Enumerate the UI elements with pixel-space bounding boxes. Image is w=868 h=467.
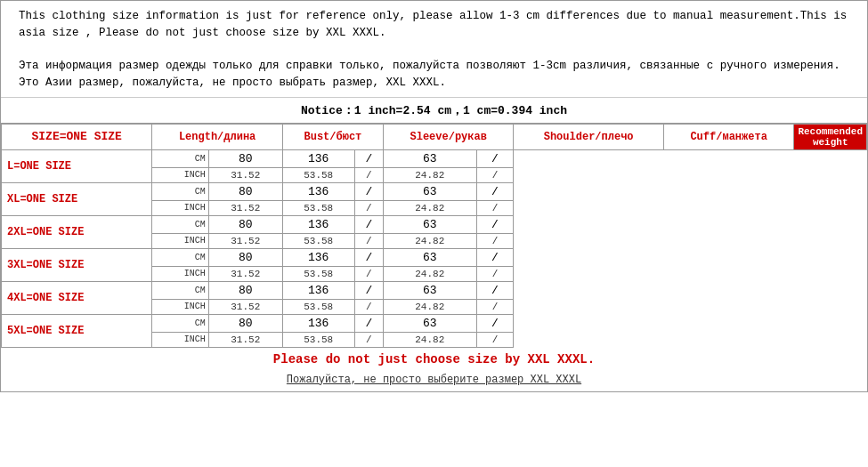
- cm-sleeve: /: [354, 149, 383, 167]
- table-row: L=ONE SIZECM80136/63/: [2, 149, 867, 167]
- inch-bust: 53.58: [282, 299, 354, 314]
- size-label: 4XL=ONE SIZE: [2, 281, 152, 314]
- inch-shoulder: 24.82: [384, 167, 477, 182]
- col-length: Length/длина: [152, 124, 282, 149]
- inch-cuff: /: [476, 332, 514, 347]
- size-label: 5XL=ONE SIZE: [2, 314, 152, 347]
- cm-sleeve: /: [354, 248, 383, 266]
- cm-length: 80: [208, 149, 282, 167]
- inch-sleeve: /: [354, 200, 383, 215]
- col-shoulder: Shoulder/плечо: [514, 124, 664, 149]
- cm-bust: 136: [282, 215, 354, 233]
- unit-cm: CM: [152, 182, 208, 200]
- col-recommended: Recommended weight: [794, 124, 867, 149]
- cm-cuff: /: [476, 314, 514, 332]
- cm-cuff: /: [476, 215, 514, 233]
- unit-cm: CM: [152, 149, 208, 167]
- col-bust: Bust/бюст: [282, 124, 383, 149]
- table-row: 4XL=ONE SIZECM80136/63/: [2, 281, 867, 299]
- inch-shoulder: 24.82: [384, 233, 477, 248]
- inch-bust: 53.58: [282, 332, 354, 347]
- col-cuff: Cuff/манжета: [663, 124, 793, 149]
- unit-cm: CM: [152, 215, 208, 233]
- cm-bust: 136: [282, 182, 354, 200]
- inch-cuff: /: [476, 167, 514, 182]
- inch-shoulder: 24.82: [384, 200, 477, 215]
- cm-cuff: /: [476, 248, 514, 266]
- size-label: 3XL=ONE SIZE: [2, 248, 152, 281]
- inch-cuff: /: [476, 266, 514, 281]
- inch-bust: 53.58: [282, 233, 354, 248]
- cm-shoulder: 63: [384, 149, 477, 167]
- unit-inch: INCH: [152, 200, 208, 215]
- intro-en: This clothing size information is just f…: [19, 8, 849, 42]
- unit-inch: INCH: [152, 332, 208, 347]
- table-row: 3XL=ONE SIZECM80136/63/: [2, 248, 867, 266]
- notice-text: Notice：1 inch=2.54 cm，1 cm=0.394 inch: [301, 104, 567, 117]
- cm-sleeve: /: [354, 215, 383, 233]
- cm-length: 80: [208, 182, 282, 200]
- intro-ru: Эта информация размер одежды только для …: [19, 58, 849, 92]
- cm-sleeve: /: [354, 182, 383, 200]
- inch-length: 31.52: [208, 299, 282, 314]
- cm-shoulder: 63: [384, 314, 477, 332]
- inch-sleeve: /: [354, 332, 383, 347]
- unit-inch: INCH: [152, 299, 208, 314]
- col-sleeve: Sleeve/рукав: [384, 124, 514, 149]
- inch-shoulder: 24.82: [384, 266, 477, 281]
- inch-cuff: /: [476, 233, 514, 248]
- cm-length: 80: [208, 281, 282, 299]
- footer-red-text: Please do not just choose size by XXL XX…: [1, 348, 867, 371]
- footer-ru-text: Пожалуйста, не просто выберите размер XX…: [1, 371, 867, 391]
- inch-bust: 53.58: [282, 167, 354, 182]
- cm-sleeve: /: [354, 314, 383, 332]
- inch-length: 31.52: [208, 200, 282, 215]
- inch-shoulder: 24.82: [384, 299, 477, 314]
- inch-bust: 53.58: [282, 200, 354, 215]
- cm-bust: 136: [282, 248, 354, 266]
- size-label: XL=ONE SIZE: [2, 182, 152, 215]
- unit-cm: CM: [152, 248, 208, 266]
- cm-cuff: /: [476, 182, 514, 200]
- table-row: 5XL=ONE SIZECM80136/63/: [2, 314, 867, 332]
- inch-sleeve: /: [354, 299, 383, 314]
- cm-cuff: /: [476, 149, 514, 167]
- cm-shoulder: 63: [384, 182, 477, 200]
- cm-length: 80: [208, 314, 282, 332]
- cm-shoulder: 63: [384, 281, 477, 299]
- inch-bust: 53.58: [282, 266, 354, 281]
- inch-shoulder: 24.82: [384, 332, 477, 347]
- unit-inch: INCH: [152, 266, 208, 281]
- unit-inch: INCH: [152, 167, 208, 182]
- cm-sleeve: /: [354, 281, 383, 299]
- cm-shoulder: 63: [384, 215, 477, 233]
- cm-bust: 136: [282, 314, 354, 332]
- notice-bar: Notice：1 inch=2.54 cm，1 cm=0.394 inch: [1, 98, 867, 124]
- size-table: SIZE=ONE SIZE Length/длина Bust/бюст Sle…: [1, 124, 867, 348]
- cm-shoulder: 63: [384, 248, 477, 266]
- intro-section: This clothing size information is just f…: [1, 1, 867, 98]
- size-label: 2XL=ONE SIZE: [2, 215, 152, 248]
- inch-cuff: /: [476, 299, 514, 314]
- cm-cuff: /: [476, 281, 514, 299]
- inch-length: 31.52: [208, 266, 282, 281]
- table-row: 2XL=ONE SIZECM80136/63/: [2, 215, 867, 233]
- unit-inch: INCH: [152, 233, 208, 248]
- inch-length: 31.52: [208, 167, 282, 182]
- inch-length: 31.52: [208, 233, 282, 248]
- main-container: This clothing size information is just f…: [0, 0, 868, 392]
- table-row: XL=ONE SIZECM80136/63/: [2, 182, 867, 200]
- cm-length: 80: [208, 248, 282, 266]
- inch-sleeve: /: [354, 233, 383, 248]
- size-label: L=ONE SIZE: [2, 149, 152, 182]
- unit-cm: CM: [152, 314, 208, 332]
- cm-bust: 136: [282, 149, 354, 167]
- inch-cuff: /: [476, 200, 514, 215]
- inch-length: 31.52: [208, 332, 282, 347]
- inch-sleeve: /: [354, 266, 383, 281]
- unit-cm: CM: [152, 281, 208, 299]
- inch-sleeve: /: [354, 167, 383, 182]
- cm-bust: 136: [282, 281, 354, 299]
- cm-length: 80: [208, 215, 282, 233]
- col-size: SIZE=ONE SIZE: [2, 124, 152, 149]
